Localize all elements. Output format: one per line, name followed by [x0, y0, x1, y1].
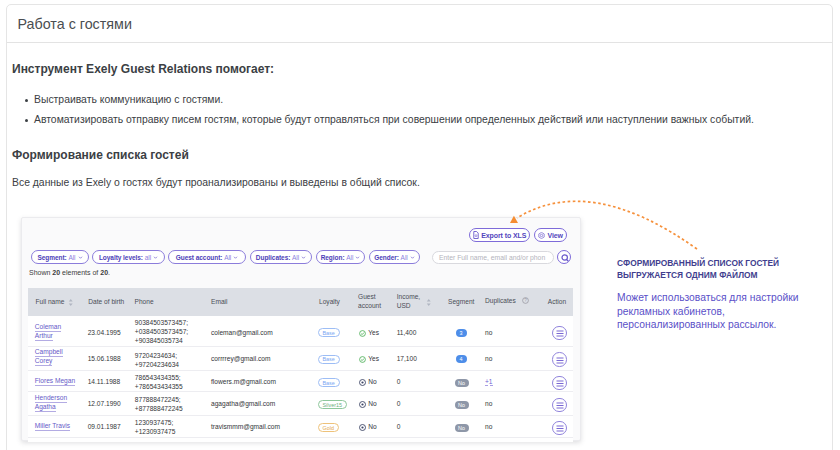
svg-text:?: ?	[524, 298, 527, 303]
